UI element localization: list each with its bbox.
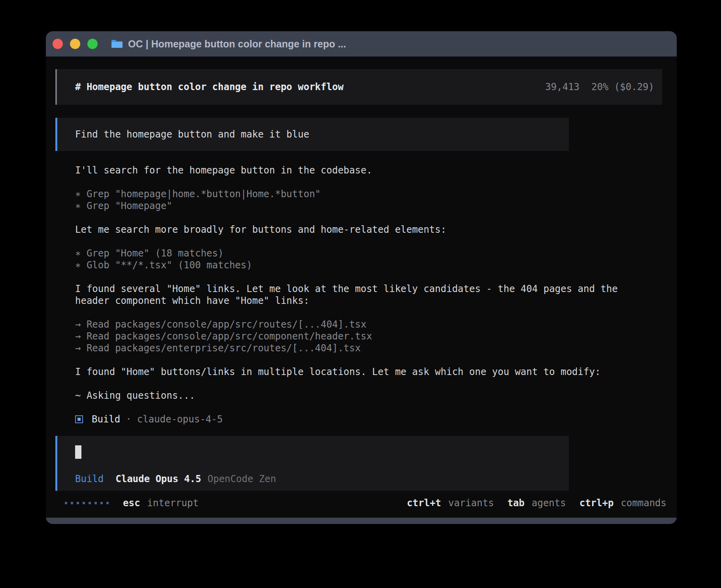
assistant-text-line: I found several "Home" links. Let me loo… bbox=[75, 283, 677, 295]
shortcut-key: ctrl+p bbox=[579, 498, 614, 509]
shortcut-label: commands bbox=[621, 498, 666, 509]
spinner-dot bbox=[71, 502, 73, 504]
session-title: # Homepage button color change in repo w… bbox=[75, 81, 344, 92]
composer-meta: Build Claude Opus 4.5 OpenCode Zen bbox=[75, 473, 561, 484]
spinner-dot bbox=[89, 502, 91, 504]
window-title: OC | Homepage button color change in rep… bbox=[128, 38, 346, 50]
terminal-window: OC | Homepage button color change in rep… bbox=[46, 31, 677, 524]
agent-separator: · bbox=[126, 414, 131, 425]
status-left: esc interrupt bbox=[65, 498, 198, 509]
assistant-text-line: header component which have "Home" links… bbox=[75, 295, 677, 307]
shortcut-label: agents bbox=[532, 498, 566, 509]
composer-model: Claude Opus 4.5 bbox=[115, 473, 201, 484]
spinner-dot bbox=[94, 502, 97, 504]
assistant-text-line: Let me search more broadly for buttons a… bbox=[75, 224, 677, 236]
shortcut-key: ctrl+t bbox=[407, 498, 441, 509]
shortcut-commands: ctrl+p commands bbox=[579, 498, 666, 509]
tool-call-glob: ∗ Glob "**/*.tsx" (100 matches) bbox=[75, 259, 677, 271]
terminal-content: # Homepage button color change in repo w… bbox=[46, 57, 677, 518]
assistant-text-line: I'll search for the homepage button in t… bbox=[75, 164, 677, 176]
close-button[interactable] bbox=[53, 39, 63, 49]
window-controls bbox=[53, 39, 98, 49]
shortcut-label: variants bbox=[448, 498, 494, 509]
user-message-text: Find the homepage button and make it blu… bbox=[75, 129, 309, 140]
tool-call-read: → Read packages/enterprise/src/routes/[.… bbox=[75, 342, 677, 354]
build-agent-icon-inner bbox=[77, 418, 81, 421]
agent-status-row: Build · claude-opus-4-5 bbox=[75, 413, 677, 425]
session-header: # Homepage button color change in repo w… bbox=[55, 69, 662, 105]
minimize-button[interactable] bbox=[70, 39, 80, 49]
spinner-dot bbox=[77, 502, 79, 504]
build-agent-icon bbox=[75, 415, 83, 423]
shortcut-key: tab bbox=[508, 498, 525, 509]
spinner-dot bbox=[100, 502, 103, 504]
tool-call-grep: ∗ Grep "homepage|home.*button|Home.*butt… bbox=[75, 188, 677, 200]
spinner bbox=[65, 502, 109, 504]
spinner-dot bbox=[65, 502, 67, 504]
status-asking-questions: ~ Asking questions... bbox=[75, 390, 677, 401]
session-stats: 39,413 20% ($0.29) bbox=[545, 81, 654, 92]
folder-icon bbox=[111, 39, 123, 49]
zoom-button[interactable] bbox=[87, 39, 98, 49]
tool-call-grep: ∗ Grep "Home" (18 matches) bbox=[75, 247, 677, 259]
spinner-dot bbox=[106, 502, 109, 504]
agent-name: Build bbox=[92, 414, 120, 425]
assistant-text-line: I found "Home" buttons/links in multiple… bbox=[75, 366, 677, 378]
agent-model: claude-opus-4-5 bbox=[137, 414, 223, 425]
assistant-response: I'll search for the homepage button in t… bbox=[75, 164, 677, 425]
window-bottom-edge bbox=[46, 518, 677, 524]
composer-provider: OpenCode Zen bbox=[208, 473, 276, 484]
tool-call-read: → Read packages/console/app/src/componen… bbox=[75, 330, 677, 342]
tool-call-grep: ∗ Grep "Homepage" bbox=[75, 200, 677, 212]
esc-key-hint: esc bbox=[123, 498, 140, 509]
composer-mode: Build bbox=[75, 473, 104, 484]
prompt-input[interactable]: Build Claude Opus 4.5 OpenCode Zen bbox=[55, 436, 569, 491]
tool-call-read: → Read packages/console/app/src/routes/[… bbox=[75, 318, 677, 330]
user-message: Find the homepage button and make it blu… bbox=[55, 118, 569, 151]
token-count: 39,413 bbox=[545, 81, 579, 92]
shortcut-variants: ctrl+t variants bbox=[407, 498, 494, 509]
status-bar: esc interrupt ctrl+t variants tab agents… bbox=[65, 496, 666, 510]
esc-key-label: interrupt bbox=[147, 498, 198, 509]
shortcut-hints: ctrl+t variants tab agents ctrl+p comman… bbox=[407, 498, 666, 509]
spinner-dot bbox=[83, 502, 85, 504]
shortcut-agents: tab agents bbox=[508, 498, 566, 509]
text-cursor bbox=[75, 445, 81, 459]
window-titlebar: OC | Homepage button color change in rep… bbox=[46, 31, 677, 57]
context-usage-cost: 20% ($0.29) bbox=[591, 81, 654, 92]
